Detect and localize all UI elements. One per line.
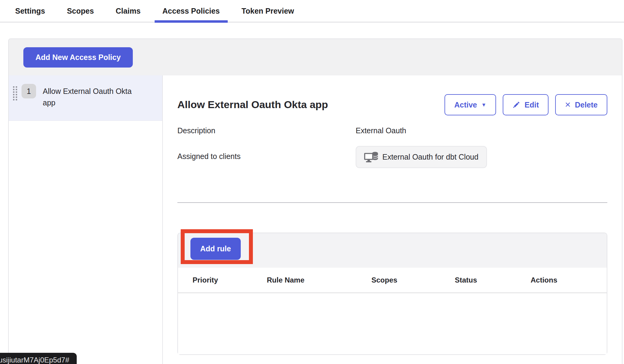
rules-toolbar (178, 233, 607, 268)
add-new-access-policy-button[interactable]: Add New Access Policy (23, 47, 133, 68)
tab-scopes[interactable]: Scopes (59, 0, 102, 22)
column-header-priority: Priority (193, 276, 267, 284)
drag-handle-icon[interactable] (13, 86, 17, 101)
delete-button[interactable]: × Delete (555, 94, 607, 115)
client-chip[interactable]: External Oauth for dbt Cloud (356, 146, 487, 168)
access-policies-panel: Add New Access Policy (8, 38, 622, 364)
column-header-scopes: Scopes (371, 276, 455, 284)
link-preview-text: usijiutarM7Aj0Ep5d7# (1, 356, 69, 364)
policy-priority-badge: 1 (22, 84, 36, 98)
assigned-clients-label: Assigned to clients (177, 152, 356, 161)
policy-list-item[interactable]: 1 Allow External Oauth Okta app (9, 75, 162, 121)
rules-table-body (178, 293, 607, 354)
description-value: External Oauth (356, 126, 607, 135)
policy-list-sidebar: 1 Allow External Oauth Okta app (9, 75, 163, 364)
column-header-actions: Actions (531, 276, 607, 284)
tab-bar: Settings Scopes Claims Access Policies T… (0, 0, 624, 22)
pencil-icon (512, 101, 520, 109)
policy-title: Allow External Oauth Okta app (177, 94, 328, 111)
tab-settings[interactable]: Settings (7, 0, 53, 22)
add-rule-button[interactable]: Add rule (190, 238, 241, 260)
chevron-down-icon: ▼ (481, 102, 486, 108)
policy-detail: Allow External Oauth Okta app Active ▼ (163, 75, 622, 364)
tab-token-preview[interactable]: Token Preview (234, 0, 302, 22)
rules-table-header: Priority Rule Name Scopes Status Actions (178, 268, 607, 293)
tab-claims[interactable]: Claims (108, 0, 149, 22)
policy-name-label: Allow External Oauth Okta app (43, 84, 134, 108)
status-dropdown-label: Active (454, 101, 477, 109)
section-divider (177, 202, 607, 203)
column-header-status: Status (455, 276, 531, 284)
edit-button-label: Edit (525, 101, 539, 109)
status-dropdown-button[interactable]: Active ▼ (445, 94, 496, 115)
rules-card: Add rule Priority Rule Name Scopes Statu… (177, 233, 607, 355)
client-app-icon (364, 151, 378, 164)
client-chip-label: External Oauth for dbt Cloud (382, 153, 478, 161)
tab-access-policies[interactable]: Access Policies (155, 0, 228, 22)
description-label: Description (177, 126, 356, 135)
close-icon: × (565, 100, 571, 109)
delete-button-label: Delete (575, 101, 598, 109)
policy-actions: Active ▼ Edit (445, 94, 607, 115)
policies-toolbar: Add New Access Policy (9, 39, 622, 75)
link-preview-statusbar: usijiutarM7Aj0Ep5d7# (0, 353, 77, 364)
edit-button[interactable]: Edit (503, 94, 549, 115)
column-header-rule-name: Rule Name (267, 276, 371, 284)
